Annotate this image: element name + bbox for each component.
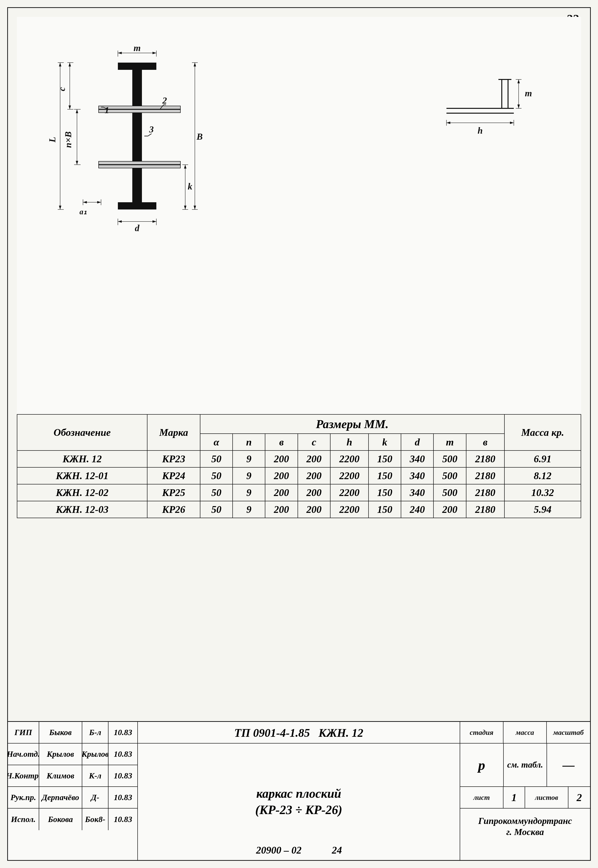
header-mass: Масса кр. [504, 414, 581, 450]
header-col-m: m [434, 434, 466, 450]
description-line1: каркас плоский [256, 786, 341, 802]
svg-text:h: h [477, 126, 483, 136]
svg-marker-10 [118, 52, 122, 54]
svg-rect-0 [132, 65, 142, 210]
bottom-doc: 20900 – 02 24 [256, 844, 342, 856]
header-col-a: α [200, 434, 233, 450]
svg-text:m: m [525, 88, 532, 98]
title-center: ТП 0901-4-1.85 КЖН. 12 каркас плоский (К… [138, 722, 460, 860]
staff-row: ГИПБыковБ-л10.83 [8, 722, 138, 744]
mass-value: см. табл. [504, 744, 547, 786]
sizes-table: Обозначение Марка Размеры ММ. Масса кр. … [17, 414, 581, 518]
svg-marker-35 [194, 205, 196, 210]
svg-text:a₁: a₁ [80, 207, 87, 216]
svg-marker-52 [83, 201, 87, 204]
staff-table: ГИПБыковБ-л10.83Нач.отд.КрыловКрылов10.8… [8, 722, 138, 860]
svg-marker-47 [152, 220, 156, 223]
company-block: Гипрокоммундортранс г. Москва [460, 808, 590, 845]
header-col-b: в [265, 434, 298, 450]
svg-marker-46 [118, 220, 122, 223]
header-sizes: Размеры ММ. [200, 414, 504, 434]
scale-label: масштаб [547, 722, 590, 743]
figure-main: .heavy { stroke: #111; stroke-width: 4; … [46, 46, 243, 234]
svg-marker-40 [184, 165, 187, 169]
svg-text:L: L [47, 137, 57, 142]
svg-marker-53 [97, 201, 101, 204]
stage-label: стадия [460, 722, 504, 743]
svg-marker-22 [69, 63, 71, 66]
title-right-headers: стадия масса масштаб [460, 722, 590, 744]
svg-text:d: d [135, 223, 140, 233]
header-col-c: с [298, 434, 330, 450]
header-mark: Марка [147, 414, 200, 450]
doc-code: ТП 0901-4-1.85 КЖН. 12 [138, 722, 460, 744]
stage-value: р [460, 744, 504, 786]
staff-row: Рук.пр.ДерпачёвоД-10.83 [8, 787, 138, 808]
svg-marker-11 [152, 52, 156, 54]
page: 23 .heavy { stroke: #111; stroke-width: … [0, 0, 598, 868]
main-drawing-svg: .heavy { stroke: #111; stroke-width: 4; … [46, 46, 243, 234]
svg-marker-28 [76, 109, 78, 113]
figure-side: .heavy2 { stroke: #111; stroke-width: 4;… [437, 60, 533, 142]
staff-row: Нач.отд.КрыловКрылов10.83 [8, 744, 138, 765]
table-row: КЖН. 12-01КР2450920020022001503405002180… [17, 467, 581, 484]
svg-text:3: 3 [149, 124, 154, 134]
svg-marker-16 [59, 63, 61, 66]
description-line2: (КР-23 ÷ КР-26) [255, 802, 342, 818]
sheet-value: 1 [504, 787, 525, 808]
svg-text:2: 2 [162, 95, 167, 105]
table-row: КЖН. 12КР23509200200220015034050021806.9… [17, 450, 581, 467]
mass-label: масса [504, 722, 547, 743]
title-right: стадия масса масштаб р см. табл. — лист … [460, 722, 590, 860]
svg-marker-34 [194, 63, 196, 66]
svg-marker-17 [59, 205, 61, 210]
company-name: Гипрокоммундортранс [478, 816, 572, 827]
sheets-value: 2 [568, 787, 590, 808]
table-row: КЖН. 12-03КР2650920020022001502402002180… [17, 501, 581, 518]
staff-row: Испол.БоковаБок8-10.83 [8, 808, 138, 830]
table-row: КЖН. 12-02КР2550920020022001503405002180… [17, 484, 581, 501]
header-col-n: п [233, 434, 265, 450]
header-col-k: k [369, 434, 401, 450]
title-inner: ГИПБыковБ-л10.83Нач.отд.КрыловКрылов10.8… [8, 722, 590, 860]
svg-rect-2 [118, 202, 156, 210]
svg-marker-23 [69, 105, 71, 109]
svg-marker-41 [184, 205, 187, 210]
svg-marker-79 [510, 121, 514, 124]
svg-text:m: m [133, 46, 141, 53]
scale-value: — [547, 744, 590, 786]
staff-row: Н.Контр.КлимовК-л10.83 [8, 765, 138, 787]
title-right-values: р см. табл. — [460, 744, 590, 787]
svg-marker-72 [517, 79, 520, 83]
sheets-label: листов [525, 787, 568, 808]
title-block: ГИПБыковБ-л10.83Нач.отд.КрыловКрылов10.8… [7, 721, 591, 861]
svg-text:B: B [196, 132, 203, 142]
header-designation: Обозначение [17, 414, 147, 450]
table-section: Обозначение Марка Размеры ММ. Масса кр. … [17, 414, 581, 518]
svg-text:k: k [188, 181, 193, 192]
sheet-row: лист 1 листов 2 [460, 787, 590, 808]
svg-marker-29 [76, 161, 78, 165]
drawing-area: .heavy { stroke: #111; stroke-width: 4; … [17, 17, 581, 414]
svg-rect-1 [118, 63, 156, 70]
svg-text:c: c [57, 87, 67, 91]
svg-marker-78 [447, 121, 450, 124]
sheet-label: лист [460, 787, 504, 808]
header-col-d: d [401, 434, 434, 450]
company-city: г. Москва [478, 827, 572, 838]
svg-text:n×B: n×B [63, 132, 73, 148]
svg-marker-73 [517, 105, 520, 108]
header-col-B: в [466, 434, 504, 450]
header-col-h: h [330, 434, 369, 450]
svg-text:1: 1 [105, 105, 109, 115]
